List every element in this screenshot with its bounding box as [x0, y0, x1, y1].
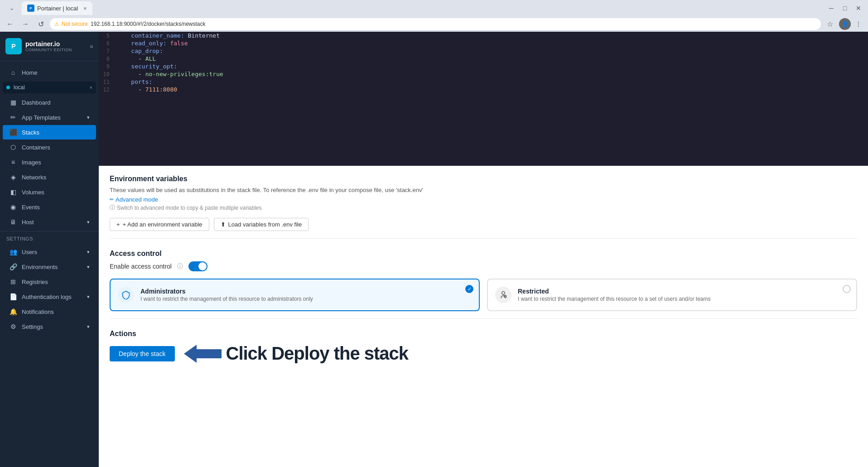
browser-nav-bar: ← → ↺ ⚠ Not secure 192.168.1.18:9000/#!/…	[0, 16, 868, 32]
security-text: Not secure	[62, 21, 88, 27]
code-line-7: 7 cap_drop:	[99, 47, 868, 55]
sidebar-item-home[interactable]: ⌂ Home	[3, 65, 96, 80]
code-line-6: 6 read_only: false	[99, 39, 868, 47]
bookmark-btn[interactable]: ☆	[824, 18, 836, 30]
dashboard-icon: ▦	[9, 99, 17, 106]
sidebar-item-host[interactable]: 🖥 Host ▾	[3, 215, 96, 229]
brand-name: portainer.io	[25, 40, 72, 48]
code-line-8: 8 - ALL	[99, 55, 868, 63]
sidebar-item-environments[interactable]: 🔗 Environments ▾	[3, 260, 96, 274]
env-vars-title: Environment variables	[110, 175, 857, 183]
home-icon: ⌂	[9, 69, 17, 76]
tab-title: Portainer | local	[37, 5, 78, 12]
code-line-11: 11 ports:	[99, 78, 868, 86]
access-card-restricted[interactable]: Restricted I want to restrict the manage…	[487, 279, 857, 311]
sidebar-registries-label: Registries	[22, 279, 48, 285]
browser-tabs: ⌄ P Portainer | local × ─ □ ✕	[0, 0, 868, 16]
access-cards: Administrators I want to restrict the ma…	[110, 279, 857, 311]
registries-icon: ⊞	[9, 278, 17, 285]
address-bar[interactable]: ⚠ Not secure 192.168.1.18:9000/#!/2/dock…	[50, 18, 821, 30]
click-text: Click Deploy the stack	[226, 343, 409, 364]
sidebar-events-label: Events	[22, 204, 40, 211]
sidebar-item-auth-logs[interactable]: 📄 Authentication logs ▾	[3, 289, 96, 304]
code-editor[interactable]: 5 container_name: Binternet 6 read_only:…	[99, 32, 868, 166]
images-icon: ≡	[9, 159, 17, 166]
sidebar-dashboard-label: Dashboard	[22, 99, 51, 106]
sidebar-item-volumes[interactable]: ◧ Volumes	[3, 185, 96, 199]
app-templates-icon: ✏	[9, 114, 17, 121]
actions-title: Actions	[110, 330, 857, 338]
content-body: Environment variables These values will …	[99, 166, 868, 467]
deploy-stack-btn[interactable]: Deploy the stack	[110, 346, 175, 361]
sidebar-item-dashboard[interactable]: ▦ Dashboard	[3, 95, 96, 110]
sidebar-item-events[interactable]: ◉ Events	[3, 200, 96, 214]
code-line-5: 5 container_name: Binternet	[99, 32, 868, 39]
sidebar-volumes-label: Volumes	[22, 189, 44, 196]
settings-icon: ⚙	[9, 323, 17, 330]
refresh-btn[interactable]: ↺	[34, 18, 47, 30]
restricted-card-content: Restricted I want to restrict the manage…	[518, 288, 849, 302]
maximize-btn[interactable]: □	[839, 2, 851, 14]
sidebar-collapse-btn[interactable]: «	[90, 43, 93, 50]
enable-access-label: Enable access control	[110, 263, 172, 270]
tab-favicon: P	[27, 5, 34, 12]
restricted-card-radio	[843, 285, 851, 293]
add-env-var-btn[interactable]: + + Add an environment variable	[110, 218, 209, 231]
sidebar-item-stacks[interactable]: ⬛ Stacks	[3, 125, 96, 140]
auth-logs-icon: 📄	[9, 293, 17, 300]
close-btn[interactable]: ✕	[853, 2, 864, 14]
auth-logs-chevron: ▾	[87, 294, 90, 300]
env-badge-local[interactable]: local ×	[3, 82, 96, 93]
sidebar-containers-label: Containers	[22, 144, 50, 151]
back-btn[interactable]: ←	[4, 18, 16, 30]
browser-tab-list-btn[interactable]: ⌄	[5, 2, 18, 14]
admin-card-icon	[118, 287, 134, 303]
access-control-toggle[interactable]	[188, 261, 207, 271]
actions-row: Deploy the stack Click Deploy the stack	[110, 343, 857, 364]
edit-icon: ✏	[110, 197, 114, 202]
env-close-btn[interactable]: ×	[90, 85, 92, 90]
sidebar-item-settings[interactable]: ⚙ Settings ▾	[3, 319, 96, 334]
host-chevron: ▾	[87, 219, 90, 225]
security-icon: ⚠	[54, 21, 59, 27]
code-editor-empty-space	[99, 93, 868, 166]
sidebar-item-images[interactable]: ≡ Images	[3, 155, 96, 169]
sidebar-notifications-label: Notifications	[22, 308, 54, 315]
containers-icon: ⬡	[9, 144, 17, 151]
hint-icon: ⓘ	[110, 204, 115, 212]
environments-chevron: ▾	[87, 264, 90, 270]
logo-icon: P	[5, 38, 22, 54]
access-card-admin[interactable]: Administrators I want to restrict the ma…	[110, 279, 480, 311]
divider-1	[110, 238, 857, 239]
profile-avatar[interactable]: 👤	[839, 18, 851, 30]
settings-section-label: Settings	[0, 233, 99, 244]
stacks-icon: ⬛	[9, 129, 17, 136]
sidebar-item-notifications[interactable]: 🔔 Notifications	[3, 304, 96, 319]
advanced-mode-hint: ⓘ Switch to advanced mode to copy & past…	[110, 204, 857, 212]
sidebar-item-registries[interactable]: ⊞ Registries	[3, 274, 96, 289]
load-env-file-btn[interactable]: ⬆ Load variables from .env file	[214, 218, 309, 231]
minimize-btn[interactable]: ─	[825, 2, 837, 14]
sidebar-item-users[interactable]: 👥 Users ▾	[3, 245, 96, 259]
host-icon: 🖥	[9, 218, 17, 226]
admin-card-title: Administrators	[140, 288, 472, 295]
tab-close-btn[interactable]: ×	[83, 5, 87, 12]
arrow-container	[184, 345, 222, 363]
hint-text: Switch to advanced mode to copy & paste …	[117, 205, 262, 211]
sidebar-item-app-templates[interactable]: ✏ App Templates ▾	[3, 110, 96, 125]
sidebar-item-networks[interactable]: ◈ Networks	[3, 170, 96, 184]
sidebar-settings-label: Settings	[22, 323, 43, 330]
users-icon: 👥	[9, 248, 17, 255]
advanced-mode-link[interactable]: ✏ Advanced mode	[110, 196, 857, 203]
add-icon: +	[116, 221, 120, 228]
arrow-body	[197, 349, 222, 358]
forward-btn[interactable]: →	[19, 18, 32, 30]
admin-card-content: Administrators I want to restrict the ma…	[140, 288, 472, 302]
env-vars-section: Environment variables These values will …	[110, 175, 857, 231]
browser-menu-btn[interactable]: ⋮	[853, 18, 864, 30]
sidebar-item-containers[interactable]: ⬡ Containers	[3, 140, 96, 154]
sidebar-networks-label: Networks	[22, 174, 46, 181]
access-info-icon: ⓘ	[177, 262, 183, 270]
browser-tab-active[interactable]: P Portainer | local ×	[22, 1, 92, 15]
click-annotation: Click Deploy the stack	[184, 343, 409, 364]
